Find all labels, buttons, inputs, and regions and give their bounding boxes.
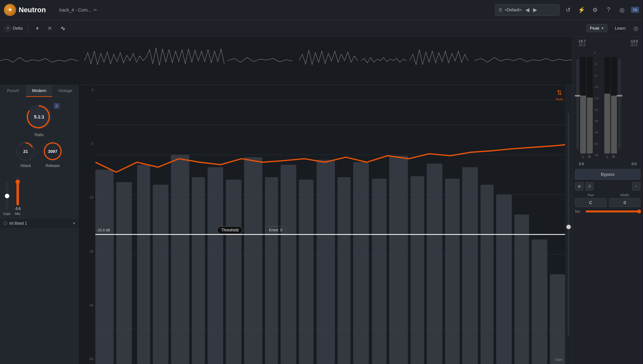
gain-slider-col: Gain — [3, 182, 11, 216]
compressor-area: Punch Modern Vintage — [0, 85, 572, 364]
mix-slider-thumb[interactable] — [15, 180, 20, 184]
mix-horiz-fill — [586, 210, 639, 212]
left-fader-thumb[interactable] — [575, 95, 581, 97]
width-icon[interactable]: ↔ — [632, 182, 640, 191]
bypass-button[interactable]: Bypass — [575, 169, 640, 180]
right-rms-value: -21.5 — [630, 43, 638, 47]
right-meter-bars — [604, 49, 617, 154]
svg-rect-0 — [0, 37, 572, 85]
peak-dropdown[interactable]: Peak ▾ — [586, 24, 607, 32]
compressor-graph — [95, 85, 565, 364]
gain-reduction-slider[interactable] — [565, 85, 572, 364]
y-label-10: -10 — [81, 196, 93, 199]
mix-slider-track[interactable] — [16, 177, 19, 205]
ratio-knob[interactable]: 5.1:1 — [25, 102, 54, 131]
right-panel: -14.7 -22.2 -13.0 -21.5 — [572, 37, 643, 364]
left-meter-bars — [580, 49, 593, 154]
main-area: Punch Modern Vintage — [0, 37, 643, 364]
sliders-area: Gain -5.6 Mix — [0, 171, 78, 218]
preset-bar[interactable]: ☰ <Default> ◀ ▶ — [495, 4, 560, 16]
gain-slider-track[interactable] — [6, 182, 8, 210]
auto-badge[interactable]: A — [54, 103, 60, 109]
svg-rect-31 — [353, 162, 369, 364]
edit-icon[interactable]: ✏ — [93, 7, 97, 13]
right-fader-thumb[interactable] — [617, 95, 622, 97]
right-peak-value: -13.0 — [630, 39, 638, 43]
link-icon[interactable]: ⊕ — [575, 182, 583, 191]
auto-text: Auto — [556, 97, 563, 101]
delta-button[interactable]: ⊙ Delta — [5, 25, 23, 32]
preset-nav: ◀ ▶ — [524, 6, 538, 14]
info-icon[interactable]: ⓘ — [3, 220, 7, 226]
left-l-fill — [580, 96, 586, 154]
mix-horiz-thumb[interactable] — [637, 210, 641, 213]
pan-width-controls: Pan C Width 0 — [575, 193, 640, 207]
controls-panel: Punch Modern Vintage — [0, 85, 79, 364]
right-lr-labels: L R — [604, 155, 617, 159]
left-fader[interactable] — [576, 49, 579, 159]
gain-slider-track — [568, 113, 570, 336]
svg-rect-33 — [389, 156, 408, 364]
width-value-button[interactable]: 0 — [609, 198, 641, 207]
knobs-area: 5.1:1 Ratio A — [0, 97, 78, 171]
svg-rect-38 — [481, 185, 494, 364]
ratio-value: 5.1:1 — [34, 114, 44, 119]
tune-icon[interactable]: ◎ — [633, 25, 638, 32]
svg-rect-29 — [317, 160, 335, 364]
svg-rect-19 — [137, 165, 150, 364]
lightning-icon[interactable]: ⚡ — [577, 5, 586, 14]
pan-width-row: ⊕ ∅ ↔ — [575, 182, 640, 191]
mode-follow-icon[interactable]: ♦ — [33, 23, 41, 33]
mode-wave-icon[interactable]: ∿ — [58, 23, 68, 33]
left-panel: Punch Modern Vintage — [0, 37, 572, 364]
settings-icon[interactable]: ⚙ — [590, 5, 600, 14]
tab-modern[interactable]: Modern — [26, 85, 52, 97]
gain-reduction-thumb[interactable] — [566, 225, 571, 229]
graph-container: 0 -5 -10 -20 -40 -80 — [79, 85, 572, 364]
peak-label: Peak — [590, 26, 600, 31]
help-icon[interactable]: ? — [604, 5, 613, 14]
history-icon[interactable]: ↺ — [563, 5, 572, 14]
phase-icon[interactable]: ∅ — [585, 182, 594, 191]
band-caret-icon[interactable]: ▾ — [73, 221, 75, 226]
threshold-label[interactable]: Threshold — [217, 226, 243, 234]
output-values-row: 0.0 0.0 — [575, 161, 640, 166]
mode-icons: ♦ ✕ ∿ — [33, 23, 68, 33]
output-right-value: 0.0 — [632, 162, 637, 166]
learn-button[interactable]: Learn — [612, 24, 628, 32]
release-knob[interactable]: 3097 — [42, 140, 64, 162]
svg-rect-24 — [226, 180, 242, 364]
preset-prev-button[interactable]: ◀ — [524, 6, 531, 14]
ni-badge: NI — [631, 7, 639, 13]
level-meters-container: L R 0 -3 -6 -10 -15 -20 -30 -40 -50 -Inf — [575, 49, 640, 159]
attack-knob[interactable]: 21 — [15, 140, 37, 162]
svg-rect-30 — [338, 177, 351, 364]
top-icons: ↺ ⚡ ⚙ ? ◎ NI — [563, 5, 639, 14]
tab-punch[interactable]: Punch — [0, 85, 26, 97]
right-fader[interactable] — [618, 49, 621, 159]
tabs-row: Punch Modern Vintage — [0, 85, 78, 97]
chevron-down-icon: ▾ — [601, 26, 604, 31]
svg-rect-35 — [427, 164, 443, 364]
auto-button[interactable]: ⇅ Auto — [556, 89, 563, 101]
attack-release-row: 21 Attack — [15, 140, 64, 168]
track-name[interactable]: track_4 - Com... ✏ — [59, 7, 97, 13]
headphones-icon[interactable]: ◎ — [618, 5, 627, 14]
left-lr-meters: L R — [580, 49, 593, 159]
mix-value: -5.6 — [14, 207, 21, 210]
ratio-knob-container: 5.1:1 Ratio — [25, 102, 54, 137]
left-rms-value: -22.2 — [578, 43, 585, 47]
tab-vintage[interactable]: Vintage — [52, 85, 78, 97]
mix-horiz-slider[interactable] — [586, 210, 640, 212]
mode-cross-icon[interactable]: ✕ — [45, 23, 55, 33]
pan-label: Pan — [575, 193, 607, 197]
svg-rect-28 — [299, 180, 313, 364]
preset-next-button[interactable]: ▶ — [532, 6, 538, 14]
y-axis: 0 -5 -10 -20 -40 -80 — [79, 85, 95, 364]
gain-slider-thumb[interactable] — [5, 194, 9, 198]
ratio-row: 5.1:1 Ratio A — [25, 102, 54, 137]
svg-rect-27 — [281, 165, 296, 364]
y-label-40: -40 — [81, 303, 93, 307]
pan-value-button[interactable]: C — [575, 198, 607, 207]
y-label-20: -20 — [81, 250, 93, 253]
